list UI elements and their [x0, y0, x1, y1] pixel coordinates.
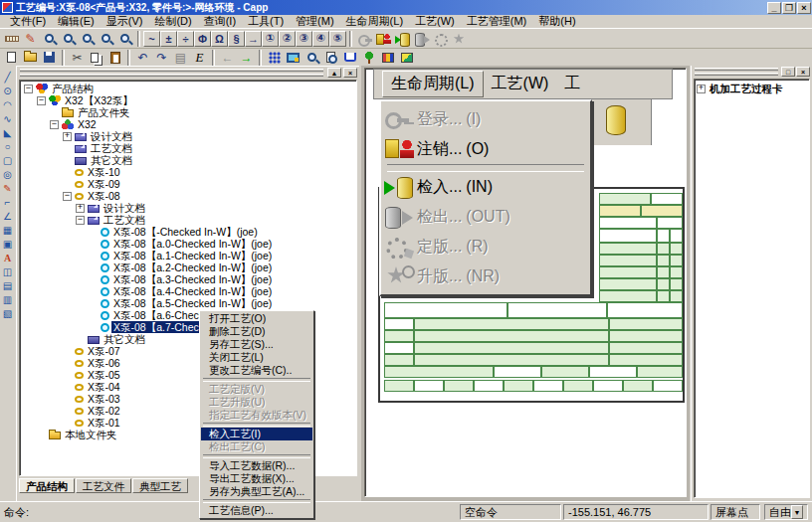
polygon-icon[interactable]: ◣	[1, 125, 14, 139]
rect-icon[interactable]: ▢	[1, 153, 14, 167]
context-menu-item-close-process[interactable]: 关闭工艺(L)	[201, 351, 312, 364]
symbol-button-7[interactable]: ①	[262, 31, 279, 47]
dot-grid-icon[interactable]	[265, 49, 284, 66]
tree-item-x32-assembly[interactable]: −X32【X32泵】	[22, 94, 356, 106]
pan-icon[interactable]	[40, 30, 59, 47]
tree-view-icon[interactable]	[359, 49, 378, 66]
lifecycle-menu-item-logout[interactable]: 注销...(O)	[383, 134, 588, 164]
menu-item-8[interactable]: 工艺(W)	[409, 15, 461, 28]
context-menu-item-export-process-data[interactable]: 导出工艺数据(X)...	[201, 472, 312, 485]
copy-icon[interactable]	[87, 49, 105, 66]
zoom-window-icon[interactable]	[97, 30, 115, 47]
menu-item-7[interactable]: 生命周期(L)	[340, 15, 409, 28]
line-icon[interactable]: ╱	[1, 70, 14, 84]
panel-grabber[interactable]	[695, 73, 778, 76]
cut-icon[interactable]: ✂	[68, 49, 87, 66]
symbol-button-5[interactable]: §	[228, 31, 245, 47]
tab-产品结构[interactable]: 产品结构	[19, 478, 75, 493]
overlay-menu-bar-item-2[interactable]: 工	[556, 72, 588, 96]
tree-item-xpump-08[interactable]: −X泵-08	[22, 190, 356, 202]
context-menu-item-change-process-number[interactable]: 更改工艺编号(C)..	[201, 364, 312, 377]
panel-close-button[interactable]: ×	[343, 68, 357, 78]
format-icon[interactable]: ▤	[171, 49, 190, 66]
circle-icon[interactable]: ⊙	[1, 84, 14, 97]
save-icon[interactable]	[40, 49, 59, 66]
minimize-button[interactable]: _	[767, 2, 781, 14]
copy-entity-icon[interactable]: ◫	[1, 264, 14, 278]
undo-icon[interactable]: ↶	[133, 49, 152, 66]
search-icon[interactable]	[303, 49, 321, 66]
tree-item-xpump-08-process-docs[interactable]: −工艺文档	[22, 214, 356, 226]
pen-icon[interactable]: ✎	[1, 181, 14, 195]
desktop-icon[interactable]	[284, 49, 303, 66]
back-icon[interactable]: ←	[218, 49, 237, 66]
panel-close-button[interactable]: ×	[796, 67, 810, 77]
checkout-icon[interactable]	[412, 30, 431, 47]
tree-item-xpump-08-design-docs[interactable]: +设计文档	[22, 202, 356, 214]
restore-button[interactable]: ❐	[782, 2, 796, 14]
tree-item-proc-doc-a0[interactable]: X泵-08【a.0-Checked In-W】(joe)	[22, 238, 356, 250]
menu-item-10[interactable]: 帮助(H)	[532, 15, 581, 28]
expander-icon[interactable]: +	[63, 132, 72, 141]
hatch-icon[interactable]: ▦	[1, 223, 14, 237]
panel-collapse-button[interactable]: ▲	[327, 68, 341, 78]
new-icon[interactable]	[2, 49, 21, 66]
arc-icon[interactable]: ◠	[1, 97, 14, 111]
library-icon[interactable]	[378, 49, 397, 66]
search-page-icon[interactable]	[321, 49, 340, 66]
symbol-button-2[interactable]: ÷	[177, 31, 194, 47]
pencil-icon[interactable]: ✎	[21, 30, 40, 47]
import-icon[interactable]	[397, 49, 416, 66]
ruler-icon[interactable]	[2, 30, 21, 47]
symbol-button-0[interactable]: ~	[143, 31, 160, 47]
symbol-button-9[interactable]: ③	[296, 31, 312, 47]
tree-item-process-card-root[interactable]: + 机加工艺过程卡	[697, 83, 807, 94]
menu-item-1[interactable]: 编辑(E)	[52, 15, 101, 28]
image-icon[interactable]: ▣	[1, 237, 14, 251]
tree-item-xpump-09[interactable]: X泵-09	[22, 178, 356, 190]
chevron-down-icon[interactable]: ▼	[791, 505, 803, 519]
expander-icon[interactable]: −	[24, 85, 33, 93]
context-menu-item-process-info[interactable]: 工艺信息(P)...	[201, 504, 312, 517]
menu-item-3[interactable]: 绘制(D)	[148, 15, 197, 28]
polyline-icon[interactable]: ⌐	[1, 195, 14, 209]
field-e-icon[interactable]: E	[190, 49, 209, 66]
ellipse-icon[interactable]: ○	[1, 139, 14, 153]
logout-icon[interactable]	[374, 30, 393, 47]
spline-icon[interactable]: ∿	[1, 111, 14, 125]
symbol-button-6[interactable]: →	[245, 31, 262, 47]
symbol-button-4[interactable]: Ω	[211, 31, 228, 47]
context-menu-item-checkin-process[interactable]: 检入工艺(I)	[201, 428, 312, 440]
expander-icon[interactable]: −	[50, 120, 59, 129]
context-menu-item-delete-process[interactable]: 删除工艺(D)	[201, 325, 312, 338]
tree-item-other-docs[interactable]: 其它文档	[22, 154, 356, 166]
expander-icon[interactable]: +	[76, 204, 85, 213]
menu-item-4[interactable]: 查询(I)	[198, 15, 242, 28]
text-icon[interactable]: A	[1, 251, 14, 264]
tree-item-design-docs[interactable]: +设计文档	[22, 130, 356, 142]
symbol-button-8[interactable]: ②	[279, 31, 296, 47]
open-icon[interactable]	[21, 49, 40, 66]
panel-grabber[interactable]	[20, 69, 323, 72]
block-b-icon[interactable]: ▥	[1, 292, 14, 306]
tree-item-proc-doc-a2[interactable]: X泵-08【a.2-Checked In-W】(joe)	[22, 261, 356, 273]
tree-item-xpump-10[interactable]: X泵-10	[22, 166, 356, 178]
close-button[interactable]: ×	[797, 2, 811, 14]
context-menu-item-open-process[interactable]: 打开工艺(O)	[201, 312, 312, 325]
tab-工艺文件[interactable]: 工艺文件	[76, 478, 131, 493]
release-icon[interactable]	[431, 30, 450, 47]
overlay-menu-bar-item-0[interactable]: 生命周期(L)	[382, 71, 484, 97]
tree-item-proc-doc-a4[interactable]: X泵-08【a.4-Checked In-W】(joe)	[22, 285, 356, 297]
context-menu-item-save-as-process[interactable]: 另存工艺(S)...	[201, 338, 312, 351]
tree-item-x32-part[interactable]: −X32	[22, 118, 356, 130]
snap-mode-combo[interactable]: 自由 ▼	[764, 504, 808, 520]
lifecycle-menu-item-checkin[interactable]: 检入...(IN)	[383, 172, 588, 202]
tree-item-product-structure[interactable]: −产品结构	[22, 83, 356, 94]
redo-icon[interactable]: ↷	[152, 49, 171, 66]
checkin-icon[interactable]	[393, 30, 412, 47]
panel-grabber[interactable]	[20, 74, 323, 77]
panel-header[interactable]: □ ×	[692, 66, 812, 78]
expander-icon[interactable]: −	[63, 192, 72, 201]
tree-item-proc-doc-a5[interactable]: X泵-08【a.5-Checked In-W】(joe)	[22, 297, 356, 309]
overlay-menu-bar-item-1[interactable]: 工艺(W)	[484, 72, 557, 96]
